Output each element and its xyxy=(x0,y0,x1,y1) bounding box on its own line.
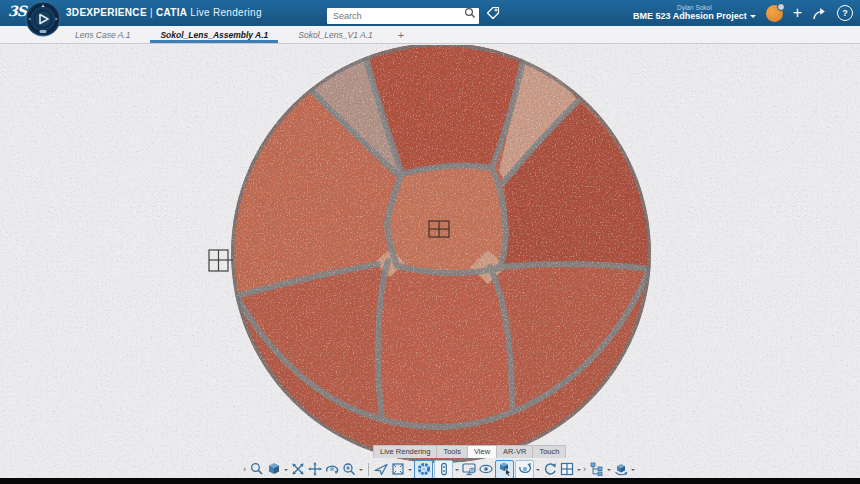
document-tab-bar: Lens Case A.1Sokol_Lens_Assembly A.1Soko… xyxy=(0,26,860,44)
pan-icon xyxy=(307,461,323,477)
zoom-button[interactable] xyxy=(341,461,357,477)
toolbar-separator xyxy=(368,463,369,476)
multi-viewport-dropdown-caret[interactable] xyxy=(577,469,581,473)
exploded-cube-icon xyxy=(613,461,629,477)
new-tab-button[interactable]: + xyxy=(388,26,414,43)
exploded-view-dropdown-caret[interactable] xyxy=(631,469,635,473)
tree-icon xyxy=(589,461,605,477)
model-tree-button[interactable] xyxy=(589,461,605,477)
multi-viewport-button[interactable] xyxy=(559,461,575,477)
dassault-3ds-logo: 3S xyxy=(8,3,26,19)
manipulate-button[interactable] xyxy=(495,460,514,479)
render-viewport[interactable]: Live RenderingToolsViewAR-VRTouch ›› xyxy=(0,45,860,484)
iso-cube-icon xyxy=(266,461,282,477)
app-name: CATIA xyxy=(156,7,187,18)
rotate-icon xyxy=(324,461,340,477)
turntable-icon xyxy=(517,461,533,477)
turntable-button[interactable] xyxy=(515,460,534,479)
tool-tab-touch[interactable]: Touch xyxy=(533,445,566,458)
project-name: BME 523 Adhesion Project xyxy=(633,12,747,21)
lens-assembly-render xyxy=(0,45,860,484)
app-mode: Live Rendering xyxy=(190,7,261,18)
tag-icon[interactable] xyxy=(486,6,500,20)
rotate-button[interactable] xyxy=(324,461,340,477)
live-rendering-mode-button[interactable] xyxy=(414,460,433,479)
normal-view-dropdown-caret[interactable] xyxy=(408,469,412,473)
top-bar: 3S 3DEXPERIENCE | CATIA Live Rendering xyxy=(0,0,860,26)
add-button[interactable]: + xyxy=(793,5,802,21)
tool-tab-view[interactable]: View xyxy=(468,445,497,458)
project-selector[interactable]: Dylan Sokol BME 523 Adhesion Project xyxy=(633,5,756,22)
model-tree-dropdown-caret[interactable] xyxy=(607,469,611,473)
zoom-dropdown-caret[interactable] xyxy=(359,469,363,473)
update-render-button[interactable] xyxy=(542,461,558,477)
bottom-black-strip xyxy=(0,478,860,484)
exploded-view-button[interactable] xyxy=(613,461,629,477)
fly-mode-button[interactable] xyxy=(373,461,389,477)
render-quality-button[interactable] xyxy=(434,460,453,479)
render-quality-dropdown-caret[interactable] xyxy=(455,469,459,473)
brand-name: 3DEXPERIENCE xyxy=(66,7,147,18)
look-at-icon xyxy=(478,461,494,477)
tab-sokol-lens-v1-a-1[interactable]: Sokol_Lens_V1 A.1 xyxy=(283,26,387,43)
view-toolbar: ›› xyxy=(243,459,636,479)
toolbar-more-chevron-icon[interactable]: › xyxy=(583,464,586,474)
capsule-icon xyxy=(436,461,452,477)
zoom-icon xyxy=(341,461,357,477)
face-view-icon xyxy=(390,461,406,477)
tool-tab-ar-vr[interactable]: AR-VR xyxy=(497,445,533,458)
tool-category-tabs: Live RenderingToolsViewAR-VRTouch xyxy=(373,445,566,458)
avatar[interactable] xyxy=(766,5,783,22)
toolbar-overflow-chevron-icon[interactable]: › xyxy=(243,464,246,474)
fly-icon xyxy=(373,461,389,477)
search-box xyxy=(327,5,479,21)
share-icon[interactable] xyxy=(812,7,827,20)
display-settings-icon xyxy=(461,461,477,477)
normal-view-button[interactable] xyxy=(390,461,406,477)
refresh-icon xyxy=(542,461,558,477)
iso-view-button[interactable] xyxy=(266,461,282,477)
fit-all-icon xyxy=(290,461,306,477)
notification-dot xyxy=(777,3,785,11)
turntable-dropdown-caret[interactable] xyxy=(536,469,540,473)
tool-tab-live-rendering[interactable]: Live Rendering xyxy=(373,445,437,458)
fit-all-in-button[interactable] xyxy=(290,461,306,477)
tab-sokol-lens-assembly-a-1[interactable]: Sokol_Lens_Assembly A.1 xyxy=(145,26,283,43)
tool-tab-tools[interactable]: Tools xyxy=(437,445,468,458)
chevron-down-icon xyxy=(750,15,756,21)
manipulate-icon xyxy=(497,461,513,477)
title-divider: | xyxy=(150,7,153,18)
iso-view-dropdown-caret[interactable] xyxy=(284,469,288,473)
3d-compass[interactable] xyxy=(25,1,61,37)
grid-view-icon xyxy=(559,461,575,477)
render-ring-icon xyxy=(416,461,432,477)
search-input[interactable] xyxy=(327,8,479,24)
search-icon[interactable] xyxy=(464,7,476,19)
help-icon[interactable]: ? xyxy=(837,5,853,21)
zoom-fit-icon xyxy=(249,461,265,477)
tab-lens-case-a-1[interactable]: Lens Case A.1 xyxy=(60,26,145,43)
zoom-area-button[interactable] xyxy=(249,461,265,477)
pan-button[interactable] xyxy=(307,461,323,477)
app-title: 3DEXPERIENCE | CATIA Live Rendering xyxy=(66,7,262,18)
display-settings-button[interactable] xyxy=(461,461,477,477)
look-at-button[interactable] xyxy=(478,461,494,477)
